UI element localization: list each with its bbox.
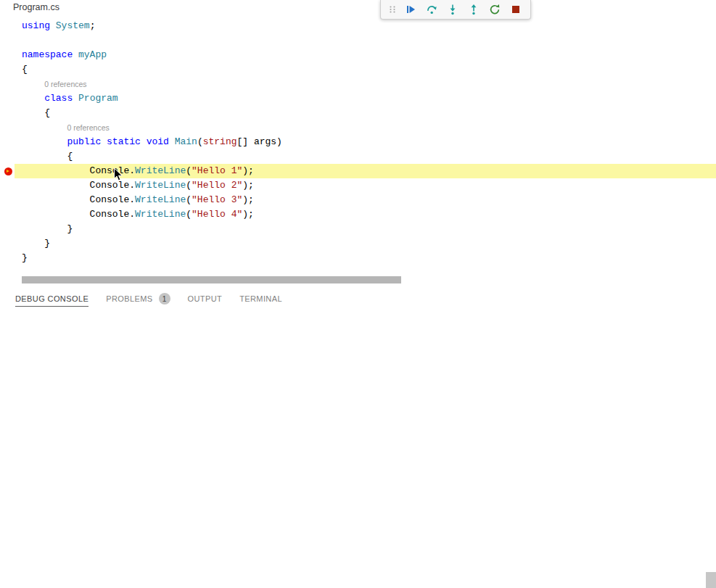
code-token: { <box>22 64 28 75</box>
code-token: Program <box>78 93 118 104</box>
horizontal-scrollbar-thumb[interactable] <box>22 276 401 283</box>
debug-toolbar <box>380 0 531 20</box>
codelens-line[interactable]: 0 references <box>15 77 716 91</box>
code-token: Console. <box>22 209 135 220</box>
stop-button[interactable] <box>506 1 525 18</box>
restart-button[interactable] <box>485 1 504 18</box>
code-line[interactable]: } <box>15 236 716 251</box>
drag-handle-button[interactable] <box>386 1 399 18</box>
code-line[interactable]: namespace myApp <box>15 48 716 62</box>
step-over-icon <box>426 4 437 15</box>
code-token: ( <box>186 165 192 176</box>
panel-tab-output[interactable]: OUTPUT <box>188 291 223 307</box>
code-token: ; <box>90 20 96 31</box>
step-into-icon <box>447 4 458 15</box>
code-token: ( <box>186 180 192 191</box>
stop-icon <box>510 4 522 15</box>
code-token: "Hello 4" <box>192 209 242 220</box>
code-token: "Hello 2" <box>192 180 242 191</box>
panel-tab-label: TERMINAL <box>239 294 282 303</box>
codelens-references[interactable]: 0 references <box>44 80 86 88</box>
code-line[interactable]: Console.WriteLine("Hello 1"); <box>15 164 716 178</box>
code-token: } <box>22 223 73 234</box>
restart-icon <box>489 4 501 15</box>
code-token: ); <box>242 180 254 191</box>
code-token: System <box>56 20 90 31</box>
code-token: ); <box>242 194 254 205</box>
panel-tab-label: DEBUG CONSOLE <box>15 294 89 303</box>
breakpoint-icon[interactable] <box>4 167 12 175</box>
codelens-references[interactable]: 0 references <box>67 123 109 132</box>
code-line[interactable]: } <box>15 222 716 236</box>
vertical-scrollbar-thumb[interactable] <box>706 572 716 588</box>
code-token: ( <box>197 136 203 147</box>
step-over-button[interactable] <box>421 1 441 18</box>
panel-tab-terminal[interactable]: TERMINAL <box>239 291 282 307</box>
step-into-button[interactable] <box>443 1 462 18</box>
code-token: public static void <box>67 136 174 147</box>
code-token: WriteLine <box>135 180 186 191</box>
step-out-button[interactable] <box>464 1 483 18</box>
panel-tabs: DEBUG CONSOLEPROBLEMS1OUTPUTTERMINAL <box>15 288 716 310</box>
code-token: } <box>22 238 50 249</box>
codelens-line[interactable]: 0 references <box>15 120 716 135</box>
code-line[interactable]: { <box>15 62 716 77</box>
codelens-indent <box>22 79 44 90</box>
code-token: { <box>22 107 50 118</box>
code-token: Console. <box>22 165 135 176</box>
code-line[interactable]: Console.WriteLine("Hello 2"); <box>15 178 716 193</box>
panel-tab-label: OUTPUT <box>188 294 223 303</box>
code-line[interactable] <box>15 33 716 48</box>
code-token: WriteLine <box>135 209 186 220</box>
vscode-window: Program.cs using System;namespace myApp{… <box>0 0 716 588</box>
code-token: ); <box>242 165 254 176</box>
panel-tab-label: PROBLEMS <box>106 294 152 303</box>
code-token: "Hello 1" <box>192 165 242 176</box>
code-line[interactable]: using System; <box>15 19 716 33</box>
code-token: [] args) <box>237 136 282 147</box>
continue-icon <box>405 4 416 15</box>
code-token: using <box>22 20 56 31</box>
code-line[interactable]: { <box>15 149 716 164</box>
code-line[interactable]: { <box>15 106 716 120</box>
bottom-panel: DEBUG CONSOLEPROBLEMS1OUTPUTTERMINAL <box>0 288 716 588</box>
code-line[interactable]: public static void Main(string[] args) <box>15 135 716 149</box>
panel-tab-problems[interactable]: PROBLEMS1 <box>106 289 170 308</box>
code-token <box>22 136 67 147</box>
code-token: "Hello 3" <box>192 194 242 205</box>
debug-console-content[interactable] <box>0 311 716 588</box>
code-line[interactable]: Console.WriteLine("Hello 3"); <box>15 193 716 207</box>
continue-button[interactable] <box>400 1 420 18</box>
code-token: Console. <box>22 180 135 191</box>
code-token: WriteLine <box>135 194 186 205</box>
code-area[interactable]: using System;namespace myApp{ 0 referenc… <box>0 19 716 265</box>
code-token: ( <box>186 194 192 205</box>
code-token: myApp <box>78 49 107 60</box>
code-token: string <box>203 136 237 147</box>
codelens-indent <box>22 123 67 133</box>
code-token: { <box>22 151 73 162</box>
code-token: ( <box>186 209 192 220</box>
code-token: WriteLine <box>135 165 186 176</box>
code-token <box>22 93 44 104</box>
problems-count-badge: 1 <box>159 293 170 305</box>
panel-tab-debug-console[interactable]: DEBUG CONSOLE <box>15 291 89 307</box>
code-token: class <box>44 93 78 104</box>
step-out-icon <box>468 4 480 15</box>
code-line[interactable]: class Program <box>15 91 716 106</box>
code-token: ); <box>242 209 254 220</box>
code-line[interactable]: } <box>15 251 716 265</box>
code-token: } <box>22 252 28 263</box>
code-token: namespace <box>22 49 78 60</box>
code-token: Main <box>175 136 197 147</box>
code-line[interactable]: Console.WriteLine("Hello 4"); <box>15 207 716 222</box>
code-token: Console. <box>22 194 135 205</box>
gripper-icon <box>387 4 398 15</box>
editor-tab-program-cs[interactable]: Program.cs <box>13 1 59 14</box>
